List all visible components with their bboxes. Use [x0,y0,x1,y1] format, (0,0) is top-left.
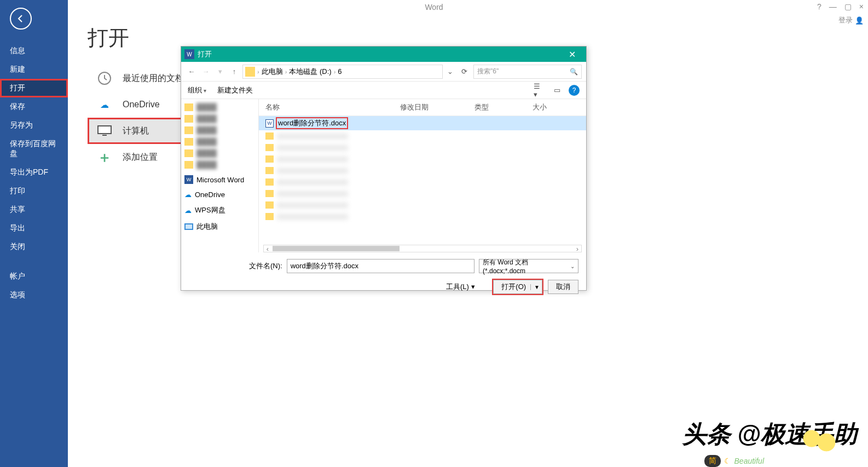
view-icon[interactable]: ☰ ▾ [534,85,546,95]
file-row-selected[interactable]: Wword删除分节符.docx [259,116,586,130]
folder-icon [265,178,274,186]
file-row[interactable] [259,211,586,222]
location-label: 添加位置 [123,152,158,163]
menu-saveas[interactable]: 另存为 [0,116,68,135]
dialog-footer: 文件名(N): 所有 Word 文档(*.docx;*.docm⌄ 工具(L) … [181,252,586,299]
organize-button[interactable]: 组织 [188,85,206,95]
address-dropdown-icon[interactable]: ⌄ [445,67,455,76]
menu-save[interactable]: 保存 [0,97,68,116]
menu-close[interactable]: 关闭 [0,238,68,256]
open-dialog: W 打开 ✕ ← → ▾ ↑ › 此电脑 › 本地磁盘 (D:) › 6 ⌄ ⟳… [181,46,587,291]
dialog-toolbar: 组织 新建文件夹 ☰ ▾ ▭ ? [181,82,586,99]
folder-icon [265,132,274,140]
file-row[interactable] [259,130,586,142]
menu-account[interactable]: 帐户 [0,267,68,286]
dialog-title: 打开 [198,49,212,59]
backstage-sidebar: 信息 新建 打开 保存 另存为 保存到百度网盘 导出为PDF 打印 共享 导出 … [0,0,68,467]
dialog-help-icon[interactable]: ? [569,85,580,96]
file-row[interactable] [259,188,586,199]
svg-rect-2 [102,135,107,136]
address-bar[interactable]: › 此电脑 › 本地磁盘 (D:) › 6 [242,65,443,79]
nav-recent-icon[interactable]: ▾ [214,67,226,76]
computer-icon [96,124,113,137]
nav-up-icon[interactable]: ↑ [228,67,240,76]
search-placeholder: 搜索"6" [477,67,499,76]
watermark-badge: 简 ☾ Beautiful [704,455,764,467]
breadcrumb-folder[interactable]: 6 [338,67,342,76]
search-input[interactable]: 搜索"6" 🔍 [473,65,582,79]
folder-icon [245,67,255,77]
folder-icon [265,190,274,197]
location-label: 最近使用的文档 [123,73,184,84]
tree-onedrive[interactable]: ☁OneDrive [181,189,258,200]
menu-new[interactable]: 新建 [0,60,68,79]
backstage-menu: 信息 新建 打开 保存 另存为 保存到百度网盘 导出为PDF 打印 共享 导出 … [0,42,68,304]
plus-icon: ＋ [96,151,113,164]
preview-icon[interactable]: ▭ [551,85,563,95]
folder-tree[interactable]: ████ ████ ████ ████ ████ ████ WMicrosoft… [181,99,259,252]
folder-icon [265,144,274,151]
file-row[interactable] [259,199,586,211]
tree-folder[interactable]: ████ [181,113,258,124]
menu-info[interactable]: 信息 [0,42,68,60]
word-icon: W [184,49,194,59]
tree-thispc[interactable]: 此电脑 [181,220,258,233]
filename-label: 文件名(N): [189,261,282,271]
back-button[interactable] [10,8,32,30]
tree-folder[interactable]: ████ [181,147,258,159]
dialog-navbar: ← → ▾ ↑ › 此电脑 › 本地磁盘 (D:) › 6 ⌄ ⟳ 搜索"6" … [181,62,586,82]
col-size[interactable]: 大小 [533,102,580,112]
file-filter-dropdown[interactable]: 所有 Word 文档(*.docx;*.docm⌄ [479,259,578,273]
file-row[interactable] [259,165,586,176]
file-list-header: 名称 修改日期 类型 大小 [259,99,586,116]
menu-options[interactable]: 选项 [0,286,68,304]
file-list[interactable]: 名称 修改日期 类型 大小 Wword删除分节符.docx ‹› [259,99,586,252]
tools-dropdown[interactable]: 工具(L) ▾ [189,282,475,292]
file-row[interactable] [259,142,586,153]
watermark-flower-icon [797,423,846,462]
tree-folder[interactable]: ████ [181,159,258,170]
col-type[interactable]: 类型 [474,102,533,112]
menu-print[interactable]: 打印 [0,182,68,200]
menu-open[interactable]: 打开 [0,79,68,97]
folder-icon [265,213,274,220]
refresh-icon[interactable]: ⟳ [457,67,471,76]
tree-folder[interactable]: ████ [181,101,258,113]
tree-folder[interactable]: ████ [181,124,258,136]
tree-wps[interactable]: ☁WPS网盘 [181,204,258,217]
new-folder-button[interactable]: 新建文件夹 [217,85,253,95]
nav-forward-icon[interactable]: → [200,67,212,76]
file-row[interactable] [259,153,586,165]
file-name: word删除分节符.docx [277,118,347,128]
filename-input[interactable] [287,259,474,273]
docx-icon: W [265,119,274,128]
col-name[interactable]: 名称 [265,102,400,112]
svg-rect-1 [98,126,111,134]
folder-icon [265,201,274,209]
dialog-body: ████ ████ ████ ████ ████ ████ WMicrosoft… [181,99,586,252]
search-icon: 🔍 [570,68,578,76]
menu-export-pdf[interactable]: 导出为PDF [0,163,68,182]
col-modified[interactable]: 修改日期 [400,102,474,112]
folder-icon [265,155,274,163]
open-button[interactable]: 打开(O)▼ [493,280,542,294]
clock-icon [96,72,113,85]
dialog-titlebar: W 打开 ✕ [181,47,586,62]
file-row[interactable] [259,176,586,188]
folder-icon [265,167,274,174]
cancel-button[interactable]: 取消 [548,280,578,294]
tree-folder[interactable]: ████ [181,136,258,147]
cloud-icon: ☁ [96,98,113,111]
location-label: OneDrive [123,100,160,109]
horizontal-scrollbar[interactable]: ‹› [263,245,582,252]
nav-back-icon[interactable]: ← [186,67,198,76]
dialog-close-button[interactable]: ✕ [561,49,583,60]
breadcrumb-drive[interactable]: 本地磁盘 (D:) [289,67,331,77]
menu-save-baidu[interactable]: 保存到百度网盘 [0,135,68,163]
menu-share[interactable]: 共享 [0,200,68,219]
tree-msword[interactable]: WMicrosoft Word [181,174,258,186]
breadcrumb-root[interactable]: 此电脑 [262,67,283,77]
menu-export[interactable]: 导出 [0,219,68,238]
location-label: 计算机 [123,125,149,137]
moon-icon: ☾ [724,457,731,465]
